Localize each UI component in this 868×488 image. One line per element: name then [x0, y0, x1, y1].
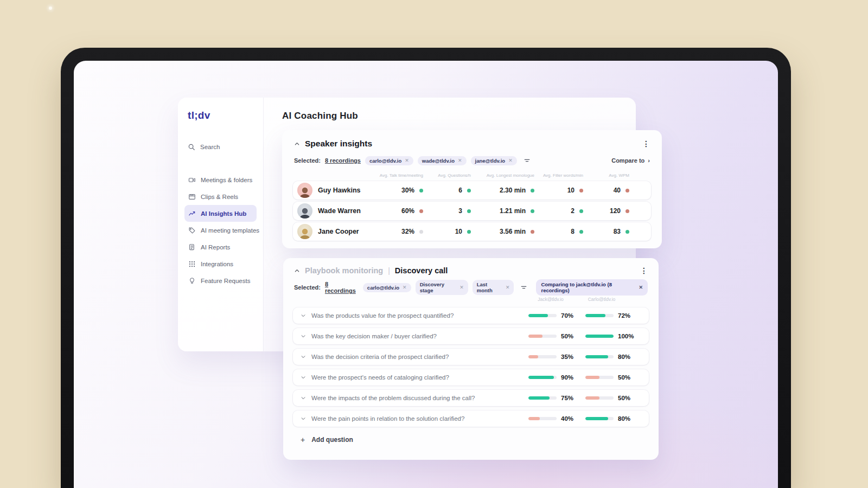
sidebar-item-label: AI meeting templates	[201, 227, 259, 234]
chip-close-icon[interactable]: ✕	[405, 158, 409, 163]
question-row[interactable]: Was the decision criteria of the prospec…	[293, 349, 649, 365]
card-title: Discovery call	[395, 266, 448, 275]
speaker-row[interactable]: Guy Hawkins 30% 6 2.30 min 10 40	[293, 181, 651, 200]
progress-bar-a	[528, 376, 557, 379]
filter-chip[interactable]: jane@tldv.io ✕	[471, 156, 517, 165]
chip-close-icon[interactable]: ✕	[506, 285, 510, 290]
question-text: Were the prospect's needs of cataloging …	[311, 374, 528, 381]
chevron-right-icon: ›	[648, 157, 650, 164]
status-dot	[531, 189, 534, 192]
selected-recordings-link[interactable]: 8 recordings	[325, 281, 359, 294]
percent-b: 100%	[618, 333, 636, 339]
question-row[interactable]: Were the prospect's needs of cataloging …	[293, 369, 649, 386]
sidebar-item-clips-reels[interactable]: Clips & Reels	[184, 188, 257, 205]
search-icon	[188, 143, 195, 151]
progress-bar-b	[585, 396, 614, 400]
sidebar-item-label: AI Insights Hub	[201, 210, 246, 217]
speaker-row[interactable]: Jane Cooper 32% 10 3.56 min 8 83	[293, 222, 651, 241]
plus-icon: +	[301, 435, 305, 444]
percent-b: 80%	[618, 354, 636, 360]
report-doc-icon	[188, 243, 196, 251]
lightbulb-icon	[188, 277, 196, 285]
percent-b: 50%	[618, 395, 636, 401]
status-dot	[626, 230, 629, 234]
sidebar-item-label: Meetings & folders	[201, 177, 252, 183]
chip-close-icon[interactable]: ✕	[403, 285, 407, 290]
sidebar-item-ai-reports[interactable]: AI Reports	[184, 239, 257, 255]
percent-a: 75%	[561, 395, 579, 401]
sidebar-item-label: Integrations	[201, 261, 233, 267]
comparison-column-a: Jack@tldv.io	[533, 297, 584, 303]
status-dot	[419, 230, 423, 234]
add-question-button[interactable]: + Add question	[293, 432, 649, 447]
percent-b: 50%	[618, 374, 636, 381]
insights-chart-icon	[188, 210, 196, 217]
filter-chip[interactable]: carlo@tldv.io ✕	[363, 283, 411, 292]
selected-label: Selected:	[294, 157, 321, 164]
chevron-down-icon[interactable]	[301, 333, 306, 339]
filter-icon[interactable]	[520, 284, 527, 291]
playbook-monitoring-card: Playbook monitoring | Discovery call ⋮ S…	[283, 258, 659, 460]
compare-to-button[interactable]: Compare to ›	[611, 157, 650, 164]
laptop-screen: tl;dv Search Meetings & folders	[74, 61, 778, 488]
chip-close-icon[interactable]: ✕	[458, 158, 462, 163]
comparison-columns-header: Jack@tldv.io Carlo@tldv.io	[294, 297, 648, 303]
chevron-down-icon[interactable]	[301, 416, 306, 421]
speaker-insights-card: Speaker insights ⋮ Selected: 8 recording…	[282, 130, 662, 248]
avatar	[297, 203, 312, 219]
question-text: Was the products value for the prospect …	[311, 312, 528, 319]
filter-chip[interactable]: Discovery stage ✕	[416, 280, 468, 295]
chevron-down-icon[interactable]	[301, 313, 306, 318]
comparing-to-chip[interactable]: Comparing to jack@tldv.io (8 recordings)…	[536, 279, 648, 296]
sidebar-nav: Meetings & folders Clips & Reels	[184, 171, 257, 289]
filter-chip[interactable]: wade@tldv.io ✕	[418, 156, 467, 165]
sidebar-item-integrations[interactable]: Integrations	[184, 255, 257, 272]
sidebar-item-meetings-folders[interactable]: Meetings & folders	[184, 171, 257, 188]
speaker-table-header: Avg. Talk time/meeting Avg. Questions/h …	[293, 172, 651, 179]
chevron-down-icon[interactable]	[301, 375, 306, 380]
chevron-down-icon[interactable]	[301, 354, 306, 359]
question-row[interactable]: Were the impacts of the problem discusse…	[293, 390, 649, 406]
sidebar: tl;dv Search Meetings & folders	[178, 98, 264, 351]
progress-bar-a	[528, 396, 557, 400]
speaker-row[interactable]: Wade Warren 60% 3 1.21 min 2 120	[293, 202, 651, 220]
selected-recordings-link[interactable]: 8 recordings	[325, 157, 361, 164]
filter-chip[interactable]: carlo@tldv.io ✕	[365, 156, 413, 165]
tldv-logo: tl;dv	[184, 110, 257, 121]
question-row[interactable]: Was the key decision maker / buyer clari…	[293, 328, 649, 344]
status-dot	[579, 230, 583, 234]
status-dot	[419, 189, 423, 192]
chip-close-icon[interactable]: ✕	[508, 158, 513, 163]
clapperboard-icon	[188, 193, 196, 201]
title-separator: |	[388, 266, 390, 275]
card-title: Speaker insights	[305, 139, 372, 149]
card-title-muted: Playbook monitoring	[305, 266, 383, 275]
filter-chip[interactable]: Last month ✕	[473, 280, 514, 295]
percent-a: 90%	[561, 374, 579, 381]
sidebar-item-ai-meeting-templates[interactable]: AI meeting templates	[184, 222, 257, 239]
question-row[interactable]: Were the pain points in relation to the …	[293, 410, 649, 427]
sidebar-item-label: AI Reports	[201, 244, 230, 251]
video-camera-icon	[188, 176, 196, 184]
kebab-menu-icon[interactable]: ⋮	[640, 267, 648, 274]
kebab-menu-icon[interactable]: ⋮	[642, 140, 650, 147]
collapse-chevron-up-icon[interactable]	[294, 141, 300, 147]
collapse-chevron-up-icon[interactable]	[294, 268, 300, 274]
avatar	[297, 183, 312, 198]
avatar	[297, 224, 312, 239]
desktop-background: tl;dv Search Meetings & folders	[0, 0, 868, 488]
question-text: Was the key decision maker / buyer clari…	[311, 333, 528, 339]
selected-label: Selected:	[294, 284, 321, 291]
question-row[interactable]: Was the products value for the prospect …	[293, 307, 649, 324]
chevron-down-icon[interactable]	[301, 395, 306, 401]
sidebar-item-ai-insights-hub[interactable]: AI Insights Hub	[184, 205, 257, 222]
filter-icon[interactable]	[524, 157, 531, 164]
chip-close-icon[interactable]: ✕	[459, 285, 464, 290]
sidebar-item-feature-requests[interactable]: Feature Requests	[184, 272, 257, 289]
grid-dots-icon	[188, 260, 196, 268]
chip-close-icon[interactable]: ✕	[639, 285, 643, 290]
percent-b: 80%	[618, 415, 636, 422]
speaker-name: Jane Cooper	[318, 228, 388, 235]
progress-bar-b	[585, 314, 614, 317]
search-button[interactable]: Search	[188, 143, 257, 151]
